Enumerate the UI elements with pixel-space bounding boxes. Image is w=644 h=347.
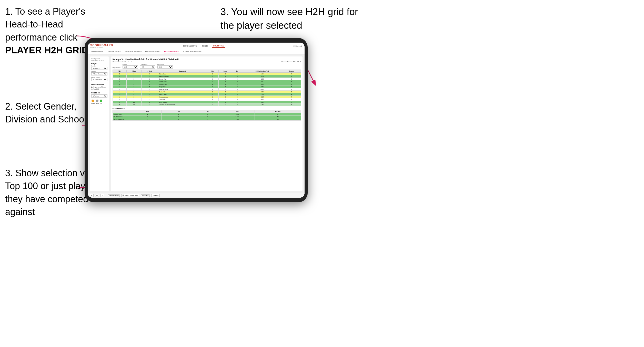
sub-nav-player-summary[interactable]: PLAYER SUMMARY <box>145 50 162 53</box>
filter-opponent-group: Opponent (All) <box>157 64 173 69</box>
table-row: 19 10 6 Emily Chang 4 1 0 0.30 11 <box>113 101 301 103</box>
sidebar: Last Updated: 27/03/2024 16:55:38 Player… <box>90 56 109 191</box>
nav-links: TOURNAMENTS TEAMS COMMITTEE <box>182 44 225 48</box>
filter-row: Opponents: Region (All) Conference (All) <box>113 64 301 69</box>
col-diff2: Diff <box>220 110 255 113</box>
col-tie: Tie <box>232 70 242 73</box>
last-updated: Last Updated: 27/03/2024 16:55:38 <box>91 58 107 61</box>
table-row: 16 3 4 Jessica Mason 1 2 0 -0.94 7 <box>113 96 301 98</box>
radio-opponents-played[interactable]: Opponents Played <box>91 86 107 88</box>
opponents-filter-label: Opponents: <box>113 67 120 69</box>
col-team <box>113 110 133 113</box>
out-of-division-table: Win Loss Tie Diff Rounds Foreign Team 1 … <box>113 110 301 121</box>
col-tie2: Tie <box>195 110 220 113</box>
tablet-frame: SCOREBOARD Powered by clippd TOURNAMENTS… <box>85 38 308 202</box>
table-row: 3 1 1 Esther Lee 1 0 1 1.50 4 <box>113 73 301 75</box>
sign-out[interactable]: i | Sign out <box>294 45 302 47</box>
sub-nav-player-h2h-heatmap[interactable]: PLAYER H2H HEATMAP <box>182 50 202 53</box>
filter-region-group: Region (All) <box>123 64 138 69</box>
data-panel: Katelyn Vo Head-to-Head Grid for Women's… <box>111 56 303 191</box>
conference-filter-label: Conference <box>140 64 155 65</box>
h2h-table: # Div # Reg # Conf Opponent Win Loss Tie… <box>113 70 301 106</box>
player-rank-select[interactable]: 8. Katelyn Vo <box>91 78 107 81</box>
legend-level: Level <box>96 100 99 104</box>
col-loss: Loss <box>218 70 232 73</box>
nav-committee[interactable]: COMMITTEE <box>212 44 225 48</box>
sub-nav-team-h2h-heatmap[interactable]: TEAM H2H HEATMAP <box>124 50 143 53</box>
division-select[interactable]: NCAA Division III NCAA Division I NCAA D… <box>91 72 107 75</box>
colour-legend: Down Level Up <box>91 100 107 104</box>
region-filter-label: Region <box>123 64 138 65</box>
table-row: 18 2 2 Euna Lee 0 1 0 -5.00 2 <box>113 98 301 101</box>
save-custom-btn[interactable]: 💾Save Custom View <box>121 194 139 197</box>
history-btn[interactable]: ⊙ <box>100 194 104 197</box>
col-diff: Diff Av Strokes/Rnd <box>242 70 282 73</box>
sub-nav: TEAM SUMMARY TEAM H2H GRID TEAM H2H HEAT… <box>90 49 302 54</box>
colour-by-label: Colour by <box>91 92 107 94</box>
sub-nav-team-h2h-grid[interactable]: TEAM H2H GRID <box>107 50 122 53</box>
opponent-view-options: Opponents Played Top 100 <box>91 86 107 90</box>
table-row: Foreign Team 1 0 0 4.500 2 <box>113 113 301 115</box>
scoreboard-logo: SCOREBOARD Powered by clippd <box>90 44 113 48</box>
col-rounds2: Rounds <box>255 110 301 113</box>
table-row: 5 2 2 Alexis Sudjianto 1 0 0 4.00 3 <box>113 75 301 78</box>
opponent-filter-select[interactable]: (All) <box>157 65 173 69</box>
col-div: # Div <box>113 70 127 73</box>
redo-btn[interactable]: ↪ <box>95 194 99 197</box>
gender-select[interactable]: Women's Men's <box>91 67 107 70</box>
legend-up: Up <box>100 100 102 104</box>
table-row: 6 3 3 Sydney Kuo 0 1 0 -1.00 3 <box>113 78 301 80</box>
tablet-screen: SCOREBOARD Powered by clippd TOURNAMENTS… <box>88 43 305 198</box>
col-win: Win <box>207 70 218 73</box>
overall-record: Overall Record: 353 - 34 - 6 <box>113 61 132 63</box>
col-rounds: Rounds <box>282 70 301 73</box>
opponent-view-label: Opponent view <box>91 84 107 85</box>
table-row: NAIA Division 1 15 0 0 9.267 30 <box>113 115 301 118</box>
table-row: 10 6 3 Andrea York 2 0 0 4.00 4 <box>113 83 301 85</box>
col-conf: # Conf <box>142 70 158 73</box>
conference-filter-select[interactable]: (All) <box>140 65 155 69</box>
nav-teams[interactable]: TEAMS <box>201 45 209 47</box>
region-filter-select[interactable]: (All) <box>123 65 138 69</box>
radio-top-100[interactable]: Top 100 <box>91 88 107 90</box>
share-btn[interactable]: ⬆Share <box>151 194 160 197</box>
sub-nav-player-h2h-grid[interactable]: PLAYER H2H GRID <box>164 50 180 53</box>
panel-title: Katelyn Vo Head-to-Head Grid for Women's… <box>113 58 301 61</box>
table-row: 13 1 1 Jessica Huang 0 1 0 -3.00 2 <box>113 88 301 91</box>
table-row: 9 1 4 Sharon Mun 1 0 0 3.67 3 <box>113 80 301 83</box>
colour-by-select[interactable]: Win/loss <box>91 94 107 98</box>
opponent-filter-label: Opponent <box>157 64 173 65</box>
watch-btn[interactable]: 👁Watch <box>141 194 150 197</box>
undo-btn[interactable]: ↩ <box>90 194 94 197</box>
table-row: 11 2 5 Heeju Hyun 1 0 0 3.33 3 <box>113 85 301 88</box>
table-row: 15 8 5 Stella Cheng 1 0 0 1.25 4 <box>113 93 301 96</box>
out-of-division-label: Out of division <box>113 108 301 109</box>
table-row: NCAA Division 2 5 0 0 7.400 10 <box>113 118 301 121</box>
table-row: 14 7 4 Eunice Yi 2 2 0 0.38 9 <box>113 91 301 93</box>
col-reg: # Reg <box>126 70 142 73</box>
nav-tournaments[interactable]: TOURNAMENTS <box>182 45 198 47</box>
col-opponent: Opponent <box>158 70 207 73</box>
col-loss2: Loss <box>162 110 195 113</box>
division-record: Division Record: 331 - 34 - 6 <box>281 61 301 63</box>
bottom-toolbar: ↩ ↪ ⊙ | View: Original 💾Save Custom View… <box>88 193 305 198</box>
table-row: 20 11 7 Federica Domecq Lacroze 2 1 0 1.… <box>113 103 301 106</box>
main-content: Last Updated: 27/03/2024 16:55:38 Player… <box>88 54 305 193</box>
instruction-step3-top: 3. You will now see H2H grid for the pla… <box>220 5 364 32</box>
legend-down: Down <box>91 100 95 104</box>
app-nav-bar: SCOREBOARD Powered by clippd TOURNAMENTS… <box>88 43 305 54</box>
col-win2: Win <box>133 110 162 113</box>
filter-conference-group: Conference (All) <box>140 64 155 69</box>
view-original-btn[interactable]: View: Original <box>108 194 120 197</box>
sub-nav-team-summary[interactable]: TEAM SUMMARY <box>90 50 105 53</box>
player-section-label: Player <box>91 63 107 64</box>
